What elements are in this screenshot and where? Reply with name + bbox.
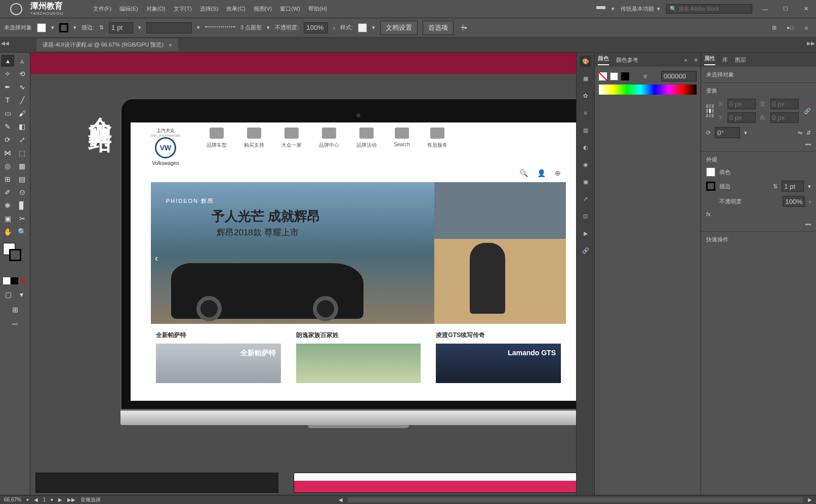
links-icon[interactable]: 🔗 bbox=[580, 245, 591, 256]
symbols-icon[interactable]: ✿ bbox=[580, 90, 591, 101]
scroll-right-icon[interactable]: ▶ bbox=[808, 497, 812, 502]
angle-input[interactable] bbox=[715, 127, 740, 138]
menu-help[interactable]: 帮助(H) bbox=[305, 3, 330, 15]
export-icon[interactable]: ↗ bbox=[580, 193, 591, 204]
direct-selection-tool[interactable]: ▵ bbox=[16, 55, 29, 67]
menu-window[interactable]: 窗口(W) bbox=[277, 3, 303, 15]
workspace-switcher[interactable]: 传统基本功能▾ bbox=[621, 5, 660, 13]
width-tool[interactable]: ⋈ bbox=[1, 147, 14, 159]
w-input[interactable] bbox=[770, 99, 799, 109]
artboard-tool[interactable]: ▣ bbox=[1, 213, 14, 225]
menu-select[interactable]: 选择(S) bbox=[197, 3, 222, 15]
asset-export-icon[interactable]: ⊡ bbox=[580, 211, 591, 222]
hand-tool[interactable]: ✋ bbox=[1, 226, 14, 238]
magic-wand-tool[interactable]: ✧ bbox=[1, 68, 14, 80]
line-tool[interactable]: ╱ bbox=[16, 94, 29, 106]
gradient-tool[interactable]: ▤ bbox=[16, 173, 29, 185]
zoom-level[interactable]: 66.67% bbox=[4, 497, 21, 502]
symbol-sprayer-tool[interactable]: ❋ bbox=[1, 199, 14, 212]
scroll-left-icon[interactable]: ◀ bbox=[339, 497, 343, 502]
search-input[interactable] bbox=[679, 6, 745, 12]
opacity-flyout-icon[interactable]: › bbox=[333, 25, 335, 31]
nav-next-icon[interactable]: ▶ bbox=[58, 497, 62, 502]
gradient-mode[interactable] bbox=[11, 277, 18, 284]
edit-toolbar[interactable]: ⊞ bbox=[9, 304, 22, 316]
stroke-stepper-icon[interactable]: ⇅ bbox=[773, 183, 778, 190]
type-tool[interactable]: T bbox=[1, 94, 14, 106]
tab-libraries[interactable]: 库 bbox=[722, 56, 728, 64]
color-mode[interactable] bbox=[3, 277, 10, 284]
h-input[interactable] bbox=[770, 112, 799, 123]
stroke-val-input[interactable] bbox=[782, 181, 804, 192]
menu-file[interactable]: 文件(F) bbox=[90, 3, 114, 15]
more-options-icon[interactable]: ••• bbox=[805, 221, 811, 227]
black-swatch[interactable] bbox=[621, 72, 629, 80]
panel-collapse-icon[interactable]: » bbox=[684, 57, 687, 63]
none-swatch[interactable] bbox=[599, 72, 607, 80]
paintbrush-tool[interactable]: 🖌 bbox=[16, 107, 29, 119]
fill-swatch-prop[interactable] bbox=[706, 167, 715, 177]
white-swatch[interactable] bbox=[610, 72, 618, 80]
x-input[interactable] bbox=[727, 99, 756, 109]
artboard-num[interactable]: 1 bbox=[43, 497, 46, 502]
opacity-val-input[interactable] bbox=[783, 196, 805, 207]
doc-setup-button[interactable]: 文档设置 bbox=[380, 21, 418, 35]
more-options-icon[interactable]: ••• bbox=[805, 141, 811, 147]
free-transform-tool[interactable]: ⬚ bbox=[16, 147, 29, 159]
link-wh-icon[interactable]: 🔗 bbox=[804, 108, 811, 114]
maximize-button[interactable]: ☐ bbox=[779, 4, 793, 14]
hex-input[interactable] bbox=[661, 71, 697, 81]
flip-v-icon[interactable]: ⇵ bbox=[806, 130, 811, 136]
curvature-tool[interactable]: ∿ bbox=[16, 81, 29, 93]
tab-layers[interactable]: 图层 bbox=[735, 56, 746, 64]
document-tab[interactable]: 课题-4UI设计课程.ai @ 66.67% (RGB/GPU 预览) × bbox=[36, 38, 178, 51]
collapse-right-icon[interactable]: ▶▶ bbox=[807, 40, 815, 46]
graphic-styles-icon[interactable]: ▣ bbox=[580, 176, 591, 187]
stroke-stepper-icon[interactable]: ⇅ bbox=[99, 24, 104, 31]
nav-prev-icon[interactable]: ◀ bbox=[34, 497, 38, 502]
shape-builder-tool[interactable]: ◎ bbox=[1, 160, 14, 172]
close-button[interactable]: ✕ bbox=[799, 4, 813, 14]
zoom-tool[interactable]: 🔍 bbox=[16, 226, 29, 238]
fill-stroke-control[interactable] bbox=[1, 242, 29, 264]
style-swatch[interactable] bbox=[358, 23, 367, 32]
menu-effect[interactable]: 效果(C) bbox=[223, 3, 248, 15]
action-icon[interactable]: ▶ bbox=[580, 228, 591, 239]
draw-mode[interactable]: ▢ bbox=[3, 288, 14, 301]
pen-tool[interactable]: ✒ bbox=[1, 81, 14, 93]
stroke-indicator[interactable] bbox=[9, 249, 21, 261]
prefs-button[interactable]: 首选项 bbox=[423, 21, 454, 35]
stroke-swatch-prop[interactable] bbox=[706, 182, 715, 191]
brush-input[interactable] bbox=[146, 22, 192, 33]
menu-edit[interactable]: 编辑(E) bbox=[116, 3, 141, 15]
fx-label[interactable]: fx. bbox=[706, 211, 712, 217]
gpu-icon[interactable]: ⊞ bbox=[768, 22, 780, 33]
fill-swatch[interactable] bbox=[37, 23, 46, 32]
stroke-panel-icon[interactable]: ≡ bbox=[580, 107, 591, 118]
panel-menu-icon[interactable]: ≡ bbox=[695, 57, 698, 63]
chevron-down-icon[interactable]: ▾ bbox=[611, 6, 615, 12]
gradient-panel-icon[interactable]: ▥ bbox=[580, 124, 591, 136]
menu-view[interactable]: 视图(V) bbox=[251, 3, 275, 15]
graph-tool[interactable]: ▊ bbox=[16, 199, 29, 212]
shaper-tool[interactable]: ✎ bbox=[1, 120, 14, 133]
y-input[interactable] bbox=[727, 112, 756, 123]
canvas[interactable]: 企业网站 上汽大众 SAIC VOLKSWAGEN VW Volkswagen … bbox=[30, 53, 576, 495]
reference-point[interactable] bbox=[706, 104, 714, 117]
stroke-width-input[interactable] bbox=[109, 22, 133, 33]
color-panel-icon[interactable]: 🎨 bbox=[580, 56, 591, 67]
appearance-icon[interactable]: ◉ bbox=[580, 159, 591, 170]
isolate-icon[interactable]: ▸□ bbox=[785, 22, 796, 33]
menu-icon[interactable]: ≡ bbox=[801, 22, 812, 33]
none-mode[interactable] bbox=[19, 277, 26, 284]
layout-icon[interactable] bbox=[596, 6, 605, 12]
tab-color-guide[interactable]: 颜色参考 bbox=[616, 56, 638, 64]
tab-color[interactable]: 颜色 bbox=[598, 55, 609, 65]
swatches-icon[interactable]: ▦ bbox=[580, 73, 591, 84]
color-spectrum[interactable] bbox=[599, 85, 697, 95]
transparency-icon[interactable]: ◐ bbox=[580, 142, 591, 153]
lasso-tool[interactable]: ⟲ bbox=[16, 68, 29, 80]
screen-mode[interactable]: ▾ bbox=[16, 288, 27, 301]
h-scrollbar[interactable] bbox=[348, 497, 803, 502]
tab-close-icon[interactable]: × bbox=[169, 42, 172, 48]
